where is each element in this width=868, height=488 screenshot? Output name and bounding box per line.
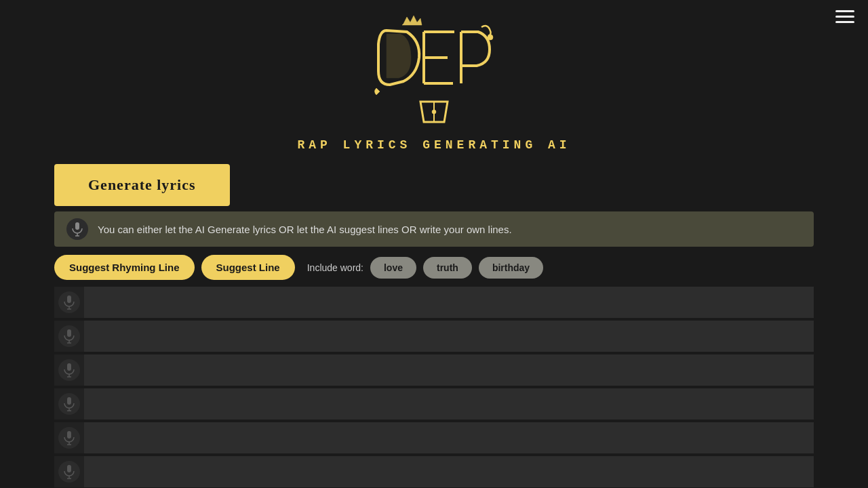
svg-rect-18	[67, 431, 71, 439]
mic-cell	[54, 388, 84, 420]
menu-icon[interactable]	[835, 10, 854, 23]
mic-icon	[58, 461, 80, 483]
mic-cell	[54, 321, 84, 352]
lyric-input-2[interactable]	[84, 321, 814, 352]
mic-icon	[58, 359, 80, 381]
mic-cell	[54, 287, 84, 318]
lyric-input-1[interactable]	[84, 287, 814, 318]
logo	[366, 10, 502, 135]
lyric-input-6[interactable]	[84, 456, 814, 487]
lyric-input-3[interactable]	[84, 354, 814, 386]
controls-row: Suggest Rhyming Line Suggest Line Includ…	[54, 255, 814, 280]
lyric-row	[54, 456, 814, 487]
lyric-row	[54, 422, 814, 453]
suggest-line-button[interactable]: Suggest Line	[201, 255, 295, 280]
lyric-input-4[interactable]	[84, 388, 814, 420]
generate-btn-wrapper: Generate lyrics	[54, 164, 814, 206]
svg-rect-6	[67, 296, 71, 303]
tagline: RAP LYRICS GENERATING AI	[297, 138, 570, 152]
suggest-rhyming-button[interactable]: Suggest Rhyming Line	[54, 255, 195, 280]
lyric-row	[54, 354, 814, 386]
lyric-input-5[interactable]	[84, 422, 814, 453]
svg-rect-15	[67, 397, 71, 405]
svg-rect-3	[75, 222, 79, 230]
mic-icon	[58, 325, 80, 347]
info-text: You can either let the AI Generate lyric…	[98, 224, 512, 235]
svg-rect-9	[67, 329, 71, 337]
mic-icon	[58, 393, 80, 415]
lyric-row	[54, 321, 814, 352]
info-bar: You can either let the AI Generate lyric…	[54, 211, 814, 247]
lyric-row	[54, 287, 814, 318]
mic-cell	[54, 422, 84, 453]
mic-cell	[54, 456, 84, 487]
header: RAP LYRICS GENERATING AI	[0, 0, 868, 164]
svg-point-2	[488, 35, 493, 40]
lyrics-section	[54, 287, 814, 488]
mic-icon-info	[66, 218, 88, 240]
generate-lyrics-button[interactable]: Generate lyrics	[54, 164, 230, 206]
word-tag-love[interactable]: love	[370, 257, 416, 279]
mic-cell	[54, 354, 84, 386]
mic-icon	[58, 291, 80, 313]
include-word-label: Include word:	[307, 262, 363, 273]
mic-icon	[58, 427, 80, 449]
svg-rect-21	[67, 465, 71, 472]
mic-cell-info	[64, 218, 91, 240]
word-tag-truth[interactable]: truth	[423, 257, 472, 279]
word-tag-birthday[interactable]: birthday	[479, 257, 543, 279]
svg-rect-12	[67, 363, 71, 371]
lyric-row	[54, 388, 814, 420]
